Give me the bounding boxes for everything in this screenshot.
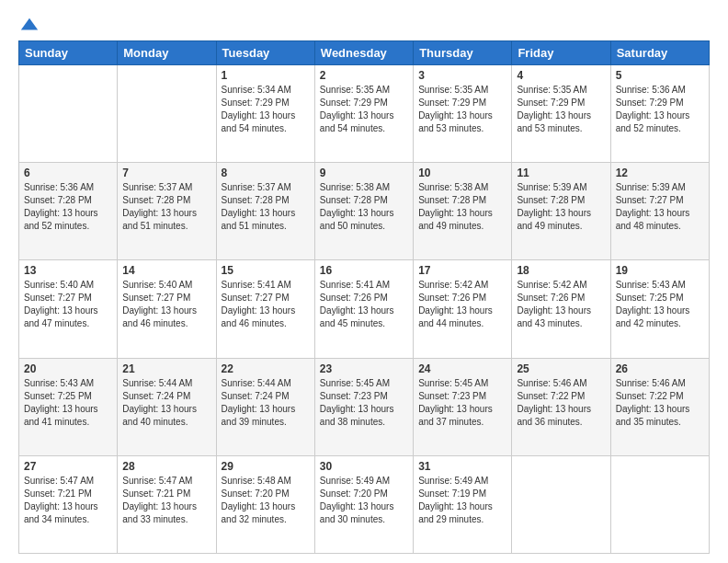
day-number: 9 xyxy=(320,167,408,179)
day-number: 20 xyxy=(24,362,112,375)
calendar-cell: 16Sunrise: 5:41 AMSunset: 7:26 PMDayligh… xyxy=(314,260,413,358)
day-info: Sunrise: 5:49 AMSunset: 7:19 PMDaylight:… xyxy=(418,475,506,526)
day-info: Sunrise: 5:46 AMSunset: 7:22 PMDaylight:… xyxy=(616,377,704,429)
calendar-week-row: 1Sunrise: 5:34 AMSunset: 7:29 PMDaylight… xyxy=(19,65,710,163)
day-number: 12 xyxy=(616,167,704,179)
day-info: Sunrise: 5:49 AMSunset: 7:20 PMDaylight:… xyxy=(320,475,408,526)
calendar-day-header: Sunday xyxy=(19,41,118,65)
calendar-cell: 17Sunrise: 5:42 AMSunset: 7:26 PMDayligh… xyxy=(414,260,512,358)
day-info: Sunrise: 5:37 AMSunset: 7:28 PMDaylight:… xyxy=(122,181,210,233)
calendar-day-header: Wednesday xyxy=(314,41,413,65)
day-info: Sunrise: 5:44 AMSunset: 7:24 PMDaylight:… xyxy=(222,377,310,429)
calendar-cell: 21Sunrise: 5:44 AMSunset: 7:24 PMDayligh… xyxy=(118,358,216,455)
day-info: Sunrise: 5:35 AMSunset: 7:29 PMDaylight:… xyxy=(320,84,408,135)
calendar-cell: 9Sunrise: 5:38 AMSunset: 7:28 PMDaylight… xyxy=(314,163,413,260)
day-number: 10 xyxy=(418,167,506,179)
day-number: 2 xyxy=(320,69,408,82)
svg-marker-0 xyxy=(21,18,38,30)
day-number: 6 xyxy=(24,167,112,179)
calendar-table: SundayMondayTuesdayWednesdayThursdayFrid… xyxy=(18,40,710,554)
day-number: 3 xyxy=(418,69,506,82)
calendar-cell: 30Sunrise: 5:49 AMSunset: 7:20 PMDayligh… xyxy=(314,455,413,553)
calendar-day-header: Saturday xyxy=(610,41,709,65)
day-info: Sunrise: 5:44 AMSunset: 7:24 PMDaylight:… xyxy=(122,377,210,429)
day-info: Sunrise: 5:42 AMSunset: 7:26 PMDaylight:… xyxy=(517,279,605,330)
day-info: Sunrise: 5:41 AMSunset: 7:27 PMDaylight:… xyxy=(222,279,310,330)
calendar-cell: 1Sunrise: 5:34 AMSunset: 7:29 PMDaylight… xyxy=(216,65,314,163)
day-info: Sunrise: 5:39 AMSunset: 7:28 PMDaylight:… xyxy=(517,181,605,233)
day-number: 28 xyxy=(122,460,210,473)
calendar-cell xyxy=(512,455,610,553)
calendar-cell xyxy=(118,65,216,163)
calendar-cell: 2Sunrise: 5:35 AMSunset: 7:29 PMDaylight… xyxy=(314,65,413,163)
calendar-cell xyxy=(610,455,709,553)
calendar-cell: 14Sunrise: 5:40 AMSunset: 7:27 PMDayligh… xyxy=(118,260,216,358)
calendar-cell: 18Sunrise: 5:42 AMSunset: 7:26 PMDayligh… xyxy=(512,260,610,358)
day-number: 29 xyxy=(222,460,310,473)
day-number: 8 xyxy=(222,167,310,179)
calendar-cell: 12Sunrise: 5:39 AMSunset: 7:27 PMDayligh… xyxy=(610,163,709,260)
calendar-cell: 11Sunrise: 5:39 AMSunset: 7:28 PMDayligh… xyxy=(512,163,610,260)
day-info: Sunrise: 5:42 AMSunset: 7:26 PMDaylight:… xyxy=(418,279,506,330)
day-number: 16 xyxy=(320,264,408,277)
day-info: Sunrise: 5:38 AMSunset: 7:28 PMDaylight:… xyxy=(320,181,408,233)
day-number: 5 xyxy=(616,69,704,82)
calendar-cell: 28Sunrise: 5:47 AMSunset: 7:21 PMDayligh… xyxy=(118,455,216,553)
calendar-cell: 13Sunrise: 5:40 AMSunset: 7:27 PMDayligh… xyxy=(19,260,118,358)
calendar-header-row: SundayMondayTuesdayWednesdayThursdayFrid… xyxy=(19,41,710,65)
day-number: 17 xyxy=(418,264,506,277)
day-info: Sunrise: 5:38 AMSunset: 7:28 PMDaylight:… xyxy=(418,181,506,233)
calendar-cell: 10Sunrise: 5:38 AMSunset: 7:28 PMDayligh… xyxy=(414,163,512,260)
day-number: 30 xyxy=(320,460,408,473)
page: SundayMondayTuesdayWednesdayThursdayFrid… xyxy=(0,0,728,563)
header xyxy=(18,15,710,31)
day-number: 11 xyxy=(517,167,605,179)
calendar-week-row: 6Sunrise: 5:36 AMSunset: 7:28 PMDaylight… xyxy=(19,163,710,260)
day-info: Sunrise: 5:36 AMSunset: 7:28 PMDaylight:… xyxy=(24,181,112,233)
day-number: 24 xyxy=(418,362,506,375)
day-info: Sunrise: 5:41 AMSunset: 7:26 PMDaylight:… xyxy=(320,279,408,330)
calendar-cell: 8Sunrise: 5:37 AMSunset: 7:28 PMDaylight… xyxy=(216,163,314,260)
day-info: Sunrise: 5:47 AMSunset: 7:21 PMDaylight:… xyxy=(122,475,210,526)
calendar-cell: 23Sunrise: 5:45 AMSunset: 7:23 PMDayligh… xyxy=(314,358,413,455)
calendar-cell: 25Sunrise: 5:46 AMSunset: 7:22 PMDayligh… xyxy=(512,358,610,455)
calendar-cell: 26Sunrise: 5:46 AMSunset: 7:22 PMDayligh… xyxy=(610,358,709,455)
day-number: 31 xyxy=(418,460,506,473)
calendar-cell: 24Sunrise: 5:45 AMSunset: 7:23 PMDayligh… xyxy=(414,358,512,455)
day-info: Sunrise: 5:45 AMSunset: 7:23 PMDaylight:… xyxy=(418,377,506,429)
calendar-cell: 6Sunrise: 5:36 AMSunset: 7:28 PMDaylight… xyxy=(19,163,118,260)
day-info: Sunrise: 5:36 AMSunset: 7:29 PMDaylight:… xyxy=(616,84,704,135)
day-number: 19 xyxy=(616,264,704,277)
calendar-cell: 4Sunrise: 5:35 AMSunset: 7:29 PMDaylight… xyxy=(512,65,610,163)
calendar-day-header: Thursday xyxy=(414,41,512,65)
calendar-cell xyxy=(19,65,118,163)
calendar-cell: 7Sunrise: 5:37 AMSunset: 7:28 PMDaylight… xyxy=(118,163,216,260)
day-number: 23 xyxy=(320,362,408,375)
day-number: 7 xyxy=(122,167,210,179)
calendar-cell: 31Sunrise: 5:49 AMSunset: 7:19 PMDayligh… xyxy=(414,455,512,553)
day-number: 27 xyxy=(24,460,112,473)
day-number: 25 xyxy=(517,362,605,375)
calendar-week-row: 13Sunrise: 5:40 AMSunset: 7:27 PMDayligh… xyxy=(19,260,710,358)
logo xyxy=(18,15,40,31)
day-number: 15 xyxy=(222,264,310,277)
day-number: 18 xyxy=(517,264,605,277)
day-info: Sunrise: 5:40 AMSunset: 7:27 PMDaylight:… xyxy=(24,279,112,330)
day-info: Sunrise: 5:43 AMSunset: 7:25 PMDaylight:… xyxy=(616,279,704,330)
calendar-cell: 27Sunrise: 5:47 AMSunset: 7:21 PMDayligh… xyxy=(19,455,118,553)
day-info: Sunrise: 5:46 AMSunset: 7:22 PMDaylight:… xyxy=(517,377,605,429)
calendar-cell: 22Sunrise: 5:44 AMSunset: 7:24 PMDayligh… xyxy=(216,358,314,455)
day-number: 13 xyxy=(24,264,112,277)
day-info: Sunrise: 5:39 AMSunset: 7:27 PMDaylight:… xyxy=(616,181,704,233)
day-info: Sunrise: 5:35 AMSunset: 7:29 PMDaylight:… xyxy=(418,84,506,135)
calendar-cell: 20Sunrise: 5:43 AMSunset: 7:25 PMDayligh… xyxy=(19,358,118,455)
calendar-week-row: 20Sunrise: 5:43 AMSunset: 7:25 PMDayligh… xyxy=(19,358,710,455)
day-info: Sunrise: 5:45 AMSunset: 7:23 PMDaylight:… xyxy=(320,377,408,429)
day-number: 26 xyxy=(616,362,704,375)
day-number: 22 xyxy=(222,362,310,375)
day-info: Sunrise: 5:35 AMSunset: 7:29 PMDaylight:… xyxy=(517,84,605,135)
calendar-cell: 15Sunrise: 5:41 AMSunset: 7:27 PMDayligh… xyxy=(216,260,314,358)
calendar-cell: 29Sunrise: 5:48 AMSunset: 7:20 PMDayligh… xyxy=(216,455,314,553)
day-info: Sunrise: 5:47 AMSunset: 7:21 PMDaylight:… xyxy=(24,475,112,526)
calendar-day-header: Monday xyxy=(118,41,216,65)
